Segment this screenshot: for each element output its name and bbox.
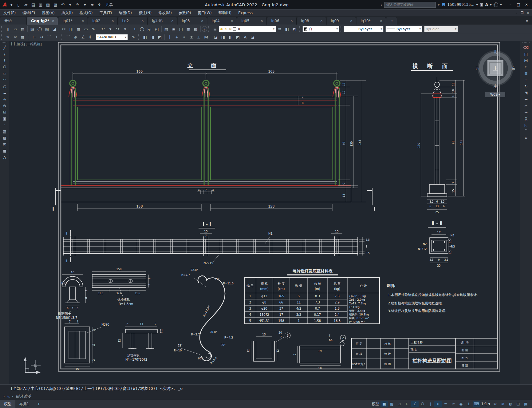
linear-dim-button[interactable] xyxy=(31,34,38,41)
viewport-visual-style-control[interactable]: [二维线框] xyxy=(26,42,42,46)
trim-button[interactable] xyxy=(522,102,530,109)
search-input[interactable] xyxy=(384,2,436,8)
insert-block-button[interactable] xyxy=(1,109,8,115)
viewcube-west[interactable]: 西 xyxy=(476,66,480,71)
command-close-icon[interactable]: × xyxy=(3,394,5,398)
dim-edit-button[interactable] xyxy=(130,34,137,41)
3d-dwf-button[interactable] xyxy=(51,26,58,32)
redo-button[interactable] xyxy=(74,2,81,7)
close-button[interactable]: × xyxy=(523,2,530,7)
fillet-button[interactable] xyxy=(522,128,530,135)
dynamic-ucs-toggle[interactable] xyxy=(465,401,472,407)
redo-dropdown-icon[interactable] xyxy=(81,2,88,7)
ellipse-button[interactable] xyxy=(1,102,8,109)
transparency-toggle[interactable] xyxy=(450,401,457,407)
table-style-button[interactable] xyxy=(19,34,26,41)
tab-lg03[interactable]: lg03× xyxy=(178,17,207,25)
extend-button[interactable] xyxy=(522,109,530,115)
tab-lg02[interactable]: lg02× xyxy=(88,17,118,25)
toolbar-grip[interactable] xyxy=(138,34,140,40)
customization-button[interactable] xyxy=(522,401,530,407)
viewcube-east[interactable]: 东 xyxy=(511,66,515,71)
tab-close-icon[interactable]: × xyxy=(52,19,54,23)
undo-button[interactable] xyxy=(99,26,107,32)
zoom-previous-button[interactable] xyxy=(153,26,160,32)
designcenter-button[interactable] xyxy=(170,26,177,32)
layer-states-button[interactable] xyxy=(276,26,283,32)
continue-dim-button[interactable] xyxy=(149,34,156,41)
help-button[interactable] xyxy=(202,26,207,32)
undo-button[interactable] xyxy=(59,2,66,7)
arc-length-dim-button[interactable] xyxy=(45,34,53,41)
baseline-dim-button[interactable] xyxy=(141,34,149,41)
chevron-down-icon[interactable]: ▾ xyxy=(273,27,274,30)
zoom-realtime-button[interactable] xyxy=(138,26,146,32)
create-block-button[interactable] xyxy=(1,115,8,122)
tab-lg08[interactable]: lg08× xyxy=(297,17,326,25)
viewcube-top-face[interactable]: 上 xyxy=(493,66,498,71)
save-button[interactable] xyxy=(19,26,26,32)
tab-close-icon[interactable]: × xyxy=(81,19,84,23)
quickcalc-button[interactable] xyxy=(192,26,199,32)
doc-close-button[interactable]: × xyxy=(525,11,531,14)
radius-dim-button[interactable] xyxy=(65,34,72,41)
command-input-placeholder[interactable]: 键入命令 xyxy=(16,394,32,399)
break-button[interactable] xyxy=(522,115,530,122)
annotation-monitor-toggle[interactable] xyxy=(499,401,506,407)
center-mark-button[interactable] xyxy=(180,34,188,41)
toolbar-grip[interactable] xyxy=(341,26,342,32)
infocenter-collapse-icon[interactable]: ▸ xyxy=(381,3,382,6)
ucs-world-button[interactable] xyxy=(234,34,242,41)
command-recent-dropdown-icon[interactable]: ▾ xyxy=(12,395,13,398)
toolbar-grip[interactable] xyxy=(1,34,3,40)
cut-button[interactable] xyxy=(60,26,68,32)
annotation-scale-button[interactable]: 1:1 ▾ xyxy=(480,401,491,407)
plot-preview-button[interactable] xyxy=(36,26,43,32)
copy-clip-button[interactable] xyxy=(68,26,75,32)
text-style-button[interactable] xyxy=(4,34,12,41)
menu-modify[interactable]: 修改(M) xyxy=(155,10,175,16)
viewport-view-control[interactable]: [俯视] xyxy=(16,42,25,46)
redo-dropdown-icon[interactable] xyxy=(121,26,129,32)
erase-button[interactable] xyxy=(522,44,530,51)
named-views-button[interactable] xyxy=(212,34,219,41)
open-button[interactable] xyxy=(12,26,19,32)
tab-overflow-icon[interactable]: ▼ xyxy=(522,19,532,25)
array-button[interactable] xyxy=(522,70,530,77)
redo-button[interactable] xyxy=(114,26,121,32)
tab-close-icon[interactable]: × xyxy=(231,19,233,23)
autodesk-icon[interactable] xyxy=(485,2,488,7)
linetype-combo[interactable]: ByLayer ▾ xyxy=(344,26,384,32)
polar-tracking-toggle[interactable] xyxy=(411,401,419,407)
new-button[interactable] xyxy=(15,2,22,7)
help-dropdown-icon[interactable] xyxy=(500,2,502,7)
tolerance-button[interactable] xyxy=(173,34,180,41)
menu-express[interactable]: Express xyxy=(235,10,256,16)
spline-button[interactable] xyxy=(1,96,8,102)
new-tab-button[interactable]: + xyxy=(386,17,397,25)
plot-button[interactable] xyxy=(29,26,36,32)
draw-order-button[interactable] xyxy=(249,34,256,41)
wcs-menu[interactable]: WCS ▾ xyxy=(490,93,500,96)
ortho-toggle[interactable] xyxy=(404,401,411,407)
app-store-icon[interactable] xyxy=(480,2,483,7)
save-as-button[interactable] xyxy=(37,2,44,7)
properties-button[interactable] xyxy=(163,26,170,32)
menu-parametric[interactable]: 参数(P) xyxy=(175,10,195,16)
lineweight-combo[interactable]: ByLayer ▾ xyxy=(385,26,422,32)
infer-constraints-toggle[interactable] xyxy=(396,401,403,407)
tab-lg01[interactable]: lg01*× xyxy=(58,17,88,25)
color-combo[interactable]: 白 ▾ xyxy=(302,26,339,32)
chevron-down-icon[interactable]: ▾ xyxy=(419,27,421,30)
polygon-button[interactable] xyxy=(1,64,8,70)
tab-close-icon[interactable]: × xyxy=(201,19,203,23)
table-button[interactable] xyxy=(1,148,8,154)
model-tab[interactable]: 模型 xyxy=(0,400,15,408)
object-snap-toggle[interactable] xyxy=(434,401,442,407)
text-button[interactable] xyxy=(242,34,249,41)
diameter-dim-button[interactable] xyxy=(72,34,79,41)
pan-button[interactable] xyxy=(131,26,138,32)
menu-insert[interactable]: 插入(I) xyxy=(58,10,76,16)
undo-dropdown-icon[interactable] xyxy=(67,2,73,7)
viewport-menu-control[interactable]: [-] xyxy=(11,42,15,46)
